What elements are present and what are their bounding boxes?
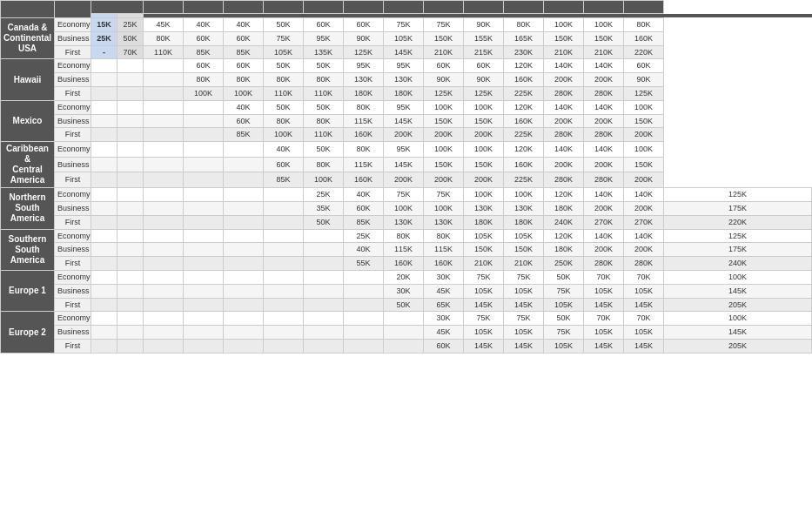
data-cell (224, 243, 264, 257)
data-cell (144, 284, 184, 298)
data-cell: 45K (424, 284, 464, 298)
data-cell: 95K (384, 59, 424, 73)
data-cell (264, 243, 304, 257)
data-cell: 145K (464, 298, 504, 312)
data-cell: 160K (344, 128, 384, 142)
data-cell: 280K (584, 86, 624, 100)
group-header-cell: Canada & Continental USA (1, 18, 55, 59)
data-cell (184, 172, 224, 188)
table-row: Europe 1Economy20K30K75K75K50K70K70K100K (1, 270, 812, 284)
data-cell: 105K (504, 229, 544, 243)
data-cell: 50K (384, 298, 424, 312)
data-cell (144, 73, 184, 87)
data-cell (224, 284, 264, 298)
cabin-cell: Business (55, 73, 91, 87)
data-cell (91, 188, 117, 202)
data-cell (264, 298, 304, 312)
data-cell: 105K (584, 284, 624, 298)
data-cell: 55K (344, 257, 384, 271)
data-cell (304, 339, 344, 353)
data-cell: 80K (264, 114, 304, 128)
data-cell: 225K (504, 172, 544, 188)
data-cell (184, 243, 224, 257)
data-cell: 105K (504, 284, 544, 298)
data-cell: 75K (464, 270, 504, 284)
cabin-cell: Business (55, 31, 91, 45)
data-cell (91, 229, 117, 243)
data-cell (184, 270, 224, 284)
data-cell (91, 257, 117, 271)
data-cell: 25K (91, 31, 117, 45)
data-cell (264, 284, 304, 298)
cabin-cell: First (55, 298, 91, 312)
data-cell: 70K (117, 45, 144, 59)
data-cell: 85K (224, 128, 264, 142)
data-cell: 210K (464, 257, 504, 271)
cabin-cell: Business (55, 201, 91, 215)
data-cell (304, 326, 344, 340)
data-cell (144, 243, 184, 257)
data-cell (144, 142, 184, 158)
data-cell (384, 339, 424, 353)
table-row: First85K100K160K200K200K200K225K280K280K… (1, 172, 812, 188)
table-row: HawaiiEconomy60K60K50K50K95K95K60K60K120… (1, 59, 812, 73)
data-cell (224, 339, 264, 353)
data-cell (144, 257, 184, 271)
group-header-cell: Caribbean & Central America (1, 142, 55, 188)
data-cell: 80K (344, 142, 384, 158)
data-cell: 50K (304, 215, 344, 229)
data-cell: 205K (664, 298, 812, 312)
data-cell (91, 284, 117, 298)
data-cell: 25K (304, 188, 344, 202)
data-cell: 110K (304, 86, 344, 100)
data-cell: 150K (464, 157, 504, 172)
data-cell: 125K (344, 45, 384, 59)
group-header-cell: Southern South America (1, 229, 55, 270)
data-cell: 140K (584, 100, 624, 114)
data-cell (91, 326, 117, 340)
asia1-header (424, 1, 464, 14)
data-cell: 210K (424, 45, 464, 59)
data-cell: 100K (424, 100, 464, 114)
data-cell: 85K (344, 215, 384, 229)
data-cell: 60K (184, 31, 224, 45)
data-cell: 280K (544, 172, 584, 188)
cabin-cell: First (55, 339, 91, 353)
data-cell: 175K (664, 243, 812, 257)
data-cell (117, 172, 144, 188)
data-cell: 110K (144, 45, 184, 59)
data-cell: 125K (664, 188, 812, 202)
data-cell (117, 157, 144, 172)
data-cell: 200K (544, 114, 584, 128)
data-cell: 140K (584, 142, 624, 158)
data-cell (184, 188, 224, 202)
data-cell (117, 73, 144, 87)
data-cell: 220K (664, 215, 812, 229)
data-cell: 105K (584, 326, 624, 340)
data-cell (224, 201, 264, 215)
data-cell (344, 339, 384, 353)
data-cell: 70K (624, 270, 664, 284)
data-cell (117, 59, 144, 73)
data-cell: 120K (544, 188, 584, 202)
data-cell: 225K (504, 128, 544, 142)
data-cell (144, 339, 184, 353)
data-cell (144, 114, 184, 128)
data-cell: 100K (544, 18, 584, 32)
data-cell: 160K (344, 172, 384, 188)
middle-east-header (504, 1, 544, 14)
data-cell (144, 86, 184, 100)
data-cell (117, 100, 144, 114)
data-cell: 60K (264, 157, 304, 172)
data-cell: 200K (584, 157, 624, 172)
data-cell (117, 128, 144, 142)
data-cell: 100K (224, 86, 264, 100)
data-cell: 280K (584, 172, 624, 188)
data-cell: 90K (464, 73, 504, 87)
cabin-cell: Economy (55, 312, 91, 326)
data-cell (224, 270, 264, 284)
data-cell: 50K (304, 142, 344, 158)
data-cell: 100K (304, 172, 344, 188)
data-cell: 70K (624, 312, 664, 326)
data-cell: 160K (424, 257, 464, 271)
